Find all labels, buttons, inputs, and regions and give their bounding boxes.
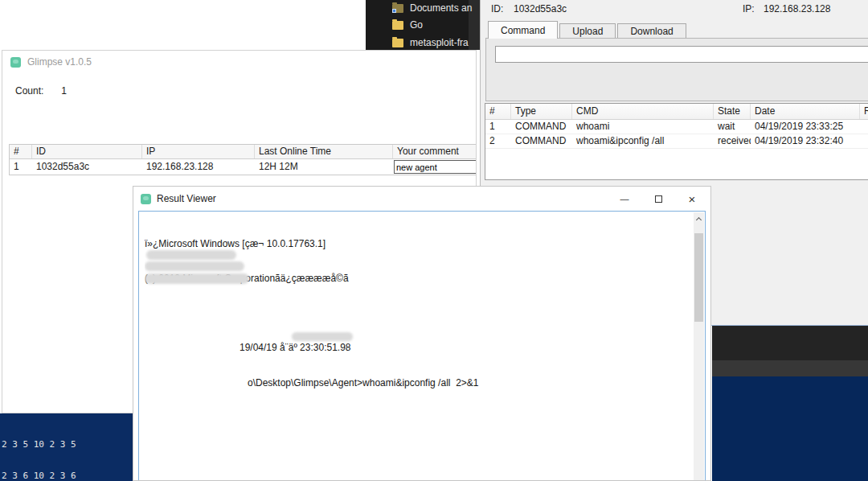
redaction-blur: [145, 261, 244, 271]
ip-value: 192.168.23.128: [764, 3, 830, 14]
result-output-text: ï»¿Microsoft Windows [çæ¬ 10.0.17763.1] …: [145, 215, 691, 481]
redaction-blur: [145, 273, 249, 284]
folder-icon: [392, 21, 403, 30]
command-input[interactable]: [495, 46, 868, 63]
redaction-blur: [292, 332, 353, 341]
maximize-icon: [655, 195, 662, 203]
table-row[interactable]: 1 1032d55a3c 192.168.23.128 12H 12M: [10, 159, 477, 175]
close-button[interactable]: ×: [675, 187, 709, 211]
cell-last-online: 12H 12M: [255, 159, 393, 175]
output-line: 19/04/19 å¨äº 23:30:51.98: [145, 342, 691, 353]
folder-icon: [392, 39, 403, 47]
commands-table-header: # Type CMD State Date R: [485, 104, 868, 120]
explorer-item-label: metasploit-fra: [410, 37, 469, 48]
column-header-type[interactable]: Type: [511, 104, 572, 119]
glimpse-app-icon: [10, 57, 21, 68]
cell-type: COMMAND: [511, 134, 572, 148]
explorer-item-label: Documents an: [410, 2, 472, 14]
cell-state: wait: [714, 120, 751, 134]
column-header-state[interactable]: State: [714, 104, 751, 119]
explorer-item-metasploit[interactable]: metasploit-fra: [392, 36, 469, 49]
column-header-cmd[interactable]: CMD: [572, 104, 714, 119]
terminal-output: 2 3 5 10 2 3 5 2 3 6 10 2 3 6 2 3 7 10 2…: [0, 413, 133, 481]
result-viewer-app-icon: [141, 194, 151, 204]
cell-cmd: whoami: [572, 120, 714, 134]
folder-shortcut-icon: [392, 4, 403, 13]
column-header-num[interactable]: #: [10, 145, 32, 158]
cell-type: COMMAND: [511, 120, 572, 134]
cell-id: 1032d55a3c: [32, 159, 142, 175]
window-title: Glimpse v1.0.5: [27, 56, 92, 68]
chevron-up-icon: [696, 216, 702, 222]
desktop-background: [712, 376, 868, 481]
cell-cmd: whoami&ipconfig /all: [572, 134, 714, 148]
scrollbar-thumb[interactable]: [694, 233, 703, 322]
scroll-up-button[interactable]: [694, 212, 704, 224]
output-line: o\Desktop\Glimpse\Agent>whoami&ipconfig …: [145, 377, 691, 388]
cell-date: 04/19/2019 23:32:40: [751, 134, 860, 148]
window-title: Result Viewer: [157, 193, 216, 204]
cell-num: 1: [485, 120, 511, 134]
column-header-comment[interactable]: Your comment: [393, 145, 477, 158]
output-line: ï»¿Microsoft Windows [çæ¬ 10.0.17763.1]: [145, 238, 691, 249]
count-value: 1: [61, 85, 67, 97]
terminal-line: 2 3 5 10 2 3 5: [2, 439, 133, 450]
glimpse-titlebar[interactable]: Glimpse v1.0.5: [2, 51, 476, 73]
cell-state: received: [714, 134, 751, 148]
output-line: [145, 307, 691, 319]
tab-command[interactable]: Command: [488, 21, 558, 39]
agents-table: # ID IP Last Online Time Your comment 1 …: [9, 144, 477, 175]
tab-upload[interactable]: Upload: [559, 23, 616, 39]
column-header-last-online[interactable]: Last Online Time: [255, 145, 393, 158]
table-row[interactable]: 1 COMMAND whoami wait 04/19/2019 23:33:2…: [485, 120, 868, 134]
vertical-scrollbar[interactable]: [694, 212, 704, 481]
explorer-item-label: Go: [410, 19, 423, 31]
tab-download[interactable]: Download: [617, 23, 686, 39]
output-line: [145, 446, 691, 458]
close-icon: ×: [689, 192, 696, 206]
id-value: 1032d55a3c: [514, 3, 567, 14]
cell-num: 1: [10, 159, 32, 175]
column-header-id[interactable]: ID: [32, 145, 142, 158]
output-line: [145, 412, 691, 423]
command-tab-page: [485, 38, 868, 101]
cell-date: 04/19/2019 23:33:25: [751, 120, 860, 134]
desktop-dark-band: [712, 326, 868, 360]
result-viewer-window: Result Viewer — × ï»¿Microsoft Windows […: [133, 186, 711, 481]
id-label: ID:: [491, 3, 503, 14]
column-header-num[interactable]: #: [485, 104, 511, 119]
tab-strip: Command Upload Download: [488, 21, 688, 39]
count-label: Count:: [15, 85, 43, 97]
agents-table-header: # ID IP Last Online Time Your comment: [10, 145, 477, 159]
minimize-button[interactable]: —: [608, 187, 641, 211]
desktop-dark-band: [712, 360, 868, 376]
explorer-item-go[interactable]: Go: [392, 18, 423, 31]
result-output-area[interactable]: ï»¿Microsoft Windows [çæ¬ 10.0.17763.1] …: [138, 211, 706, 481]
cell-num: 2: [485, 134, 511, 148]
file-explorer-window: Documents an Go metasploit-fra: [366, 0, 480, 50]
cell-ip: 192.168.23.128: [142, 159, 255, 175]
column-header-clipped[interactable]: R: [860, 104, 868, 119]
ip-label: IP:: [743, 3, 755, 14]
column-header-date[interactable]: Date: [751, 104, 860, 119]
comment-input[interactable]: [394, 160, 477, 174]
explorer-item-documents[interactable]: Documents an: [392, 2, 472, 14]
terminal-line: 2 3 6 10 2 3 6: [2, 471, 133, 481]
maximize-button[interactable]: [641, 187, 675, 211]
column-header-ip[interactable]: IP: [142, 145, 255, 158]
minimize-icon: —: [620, 194, 629, 204]
commands-table: # Type CMD State Date R 1 COMMAND whoami…: [485, 103, 868, 180]
redaction-blur: [146, 250, 236, 260]
table-row[interactable]: 2 COMMAND whoami&ipconfig /all received …: [485, 134, 868, 149]
